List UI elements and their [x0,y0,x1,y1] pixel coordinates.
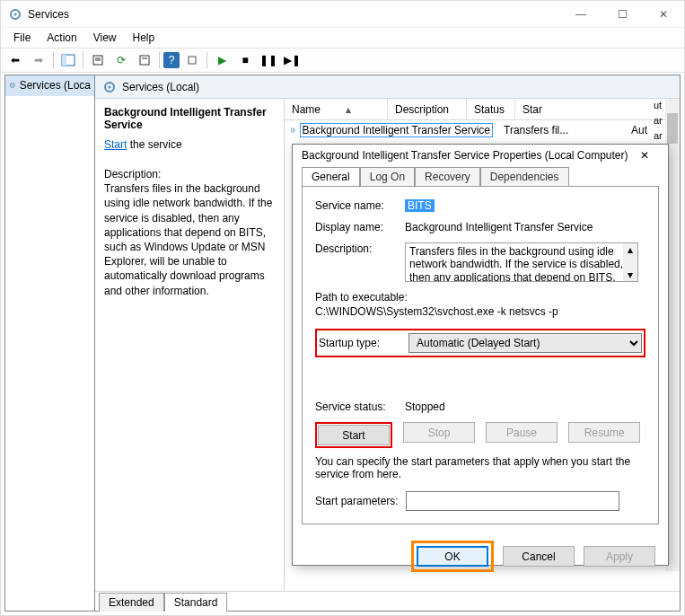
stop-service-button[interactable]: ■ [234,50,256,70]
start-service-link[interactable]: Start [104,138,127,151]
start-params-hint: You can specify the start parameters tha… [315,455,645,480]
restart-service-button[interactable]: ▶❚ [281,50,303,70]
menu-view[interactable]: View [86,30,124,46]
refresh-button[interactable]: ⟳ [110,50,132,70]
service-status-value: Stopped [405,400,645,413]
menubar: File Action View Help [1,28,684,48]
detail-pane: Background Intelligent Transfer Service … [95,99,284,591]
tab-standard[interactable]: Standard [164,593,228,612]
window-title: Services [28,8,560,21]
tab-logon[interactable]: Log On [360,167,415,187]
svg-rect-9 [189,57,196,64]
service-name-cell: Background Intelligent Transfer Service [300,123,493,137]
col-status[interactable]: Status [467,99,515,119]
scrollbar-thumb[interactable] [667,113,678,144]
svg-rect-3 [62,55,66,66]
toolbar-extra-button[interactable] [181,50,203,70]
ok-button[interactable]: OK [417,546,488,567]
nav-root-label: Services (Loca [20,79,91,92]
dialog-tabs: General Log On Recovery Dependencies [293,166,668,186]
startup-type-label: Startup type: [319,337,408,349]
service-desc-cell: Transfers fil... [498,123,577,137]
forward-button[interactable]: ➡ [28,50,49,70]
nav-root[interactable]: Services (Loca [5,75,94,96]
svg-point-15 [293,129,294,130]
detail-title: Background Intelligent Transfer Service [104,106,275,131]
service-name-label: Service name: [315,199,405,212]
resume-button: Resume [568,422,640,443]
service-status-cell [577,129,626,131]
desc-label: Description: [104,167,275,181]
service-control-buttons: Start Stop Pause Resume [315,422,645,448]
gear-icon [102,80,117,94]
dialog-title: Background Intelligent Transfer Service … [302,149,630,162]
startup-type-select[interactable]: Automatic (Delayed Start) [408,333,642,353]
toolbar: ⬅ ➡ ⟳ ? ▶ ■ ❚❚ ▶❚ [1,48,684,73]
menu-file[interactable]: File [6,30,38,46]
path-value: C:\WINDOWS\System32\svchost.exe -k netsv… [315,305,645,318]
svg-point-11 [12,84,13,85]
dialog-titlebar[interactable]: Background Intelligent Transfer Service … [293,145,668,166]
tab-general[interactable]: General [302,167,360,187]
col-description[interactable]: Description [388,99,467,119]
stop-button: Stop [403,422,475,443]
sort-arrow-icon: ▴ [346,103,351,116]
service-status-label: Service status: [315,400,405,413]
close-button[interactable]: ✕ [643,1,684,28]
maximize-button[interactable]: ☐ [602,1,643,28]
path-label: Path to executable: [315,291,645,304]
dialog-buttons: OK Cancel Apply [293,533,668,579]
start-params-label: Start parameters: [315,495,399,507]
pause-button: Pause [486,422,558,443]
svg-rect-7 [140,56,149,65]
startup-type-row: Startup type: Automatic (Delayed Start) [315,329,645,357]
service-name-value: BITS [405,199,435,212]
minimize-button[interactable]: — [560,1,602,28]
services-icon [8,7,22,22]
export-list-button[interactable] [87,50,109,70]
show-hide-tree-button[interactable] [57,50,79,70]
col-name[interactable]: Name▴ [285,99,388,119]
svg-point-1 [14,13,17,15]
nav-tree[interactable]: Services (Loca [4,75,95,612]
svg-point-13 [109,85,111,88]
list-row[interactable]: Background Intelligent Transfer Service … [285,120,680,139]
view-tabs: Extended Standard [95,591,680,611]
desc-scrollbar[interactable]: ▴▾ [623,243,637,281]
description-box[interactable]: Transfers files in the background using … [405,242,638,282]
titlebar: Services — ☐ ✕ [1,1,684,28]
description-label: Description: [315,242,405,255]
content-header-label: Services (Local) [122,81,199,93]
start-params-input[interactable] [406,491,619,511]
back-button[interactable]: ⬅ [4,50,26,70]
help-button[interactable]: ? [163,52,180,68]
dialog-close-button[interactable]: ✕ [630,145,659,166]
properties-button[interactable] [134,50,155,70]
properties-dialog: Background Intelligent Transfer Service … [292,144,669,566]
tab-dependencies[interactable]: Dependencies [480,167,569,187]
tab-recovery[interactable]: Recovery [415,167,480,187]
apply-button: Apply [584,546,655,567]
start-suffix: the service [127,138,181,151]
service-startup-cell: Aut [626,123,653,137]
list-header: Name▴ Description Status Star [285,99,680,120]
display-name-label: Display name: [315,221,405,233]
description-text: Transfers files in the background using … [409,245,623,282]
dialog-body: Service name: BITS Display name: Backgro… [302,186,659,524]
pause-service-button[interactable]: ❚❚ [258,50,279,70]
menu-action[interactable]: Action [40,30,83,46]
start-button[interactable]: Start [318,425,390,445]
display-name-value: Background Intelligent Transfer Service [405,221,645,233]
start-service-button[interactable]: ▶ [211,50,233,70]
gear-icon [290,123,296,137]
cancel-button[interactable]: Cancel [503,546,575,567]
tab-extended[interactable]: Extended [99,593,164,612]
desc-text: Transfers files in the background using … [104,181,275,298]
gear-icon [9,78,16,92]
menu-help[interactable]: Help [126,30,162,46]
content-header: Services (Local) [95,75,680,99]
